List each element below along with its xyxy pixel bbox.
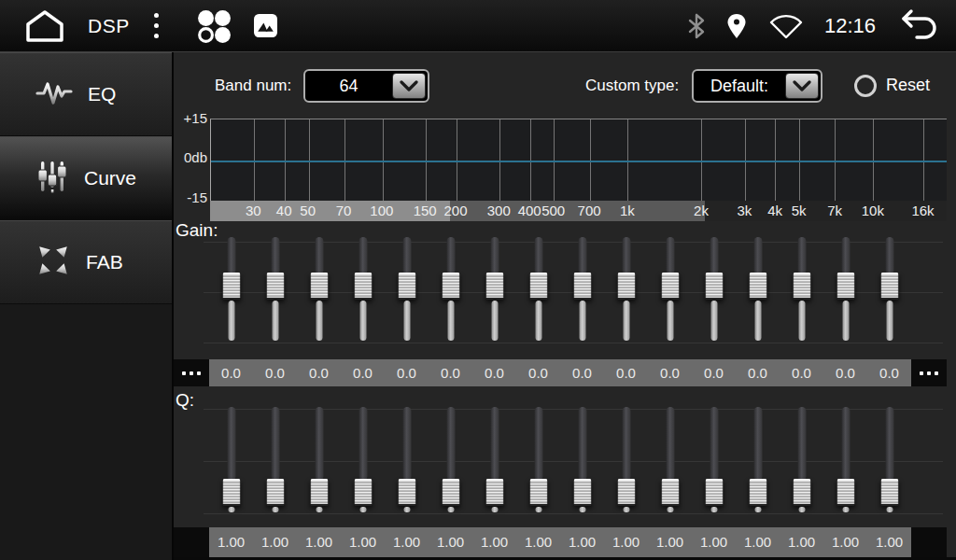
- gain-band-slider[interactable]: [209, 233, 253, 347]
- more-bands-right-button[interactable]: [911, 359, 947, 386]
- q-value: 1.00: [429, 527, 472, 557]
- gain-band-slider[interactable]: [560, 233, 604, 347]
- slider-track-bottom: [710, 507, 717, 512]
- slider-thumb[interactable]: [310, 273, 328, 300]
- gain-band-slider[interactable]: [692, 233, 736, 347]
- q-band-slider[interactable]: [385, 404, 429, 520]
- freq-tick-label: 100: [370, 201, 393, 221]
- top-bar: DSP: [0, 0, 956, 52]
- slider-track-top: [227, 407, 235, 481]
- freq-tick-label: 30: [246, 201, 261, 221]
- slider-thumb[interactable]: [880, 273, 898, 300]
- slider-thumb[interactable]: [485, 479, 503, 506]
- slider-thumb[interactable]: [310, 479, 328, 506]
- q-band-slider[interactable]: [253, 404, 297, 520]
- slider-thumb[interactable]: [398, 273, 415, 300]
- gain-band-slider[interactable]: [253, 233, 297, 347]
- back-icon[interactable]: [896, 8, 939, 44]
- slider-thumb[interactable]: [661, 273, 679, 300]
- freq-tick-label: 300: [487, 201, 511, 221]
- slider-track-top: [797, 407, 806, 481]
- gain-value: 0.0: [823, 359, 867, 386]
- gain-band-slider[interactable]: [736, 233, 780, 347]
- reset-radio-icon[interactable]: [854, 75, 877, 97]
- gain-band-slider[interactable]: [516, 233, 560, 347]
- slider-thumb[interactable]: [705, 479, 723, 506]
- more-bands-left-button[interactable]: [174, 359, 209, 386]
- q-band-slider[interactable]: [429, 404, 472, 520]
- slider-thumb[interactable]: [880, 479, 898, 506]
- sidebar-item-curve[interactable]: Curve: [0, 136, 172, 220]
- q-band-slider[interactable]: [560, 404, 604, 520]
- freq-tick-label: 200: [443, 201, 467, 221]
- slider-track-top: [358, 407, 367, 481]
- home-icon[interactable]: [24, 8, 65, 44]
- chevron-down-icon[interactable]: [392, 73, 426, 99]
- q-band-slider[interactable]: [648, 404, 692, 520]
- freq-axis[interactable]: 304050701001502003004005007001k2k3k4k5k7…: [210, 201, 947, 221]
- band-num-select[interactable]: 64: [303, 69, 429, 103]
- gain-band-slider[interactable]: [429, 233, 472, 347]
- gallery-icon[interactable]: [254, 14, 277, 37]
- q-band-slider[interactable]: [209, 404, 253, 520]
- freq-tick-label: 4k: [767, 201, 782, 221]
- q-band-slider[interactable]: [297, 404, 341, 520]
- q-value: 1.00: [780, 527, 823, 557]
- slider-track-bottom: [886, 507, 893, 512]
- gain-band-slider[interactable]: [867, 233, 911, 347]
- slider-thumb[interactable]: [354, 479, 372, 506]
- slider-thumb[interactable]: [529, 273, 547, 300]
- gain-band-slider[interactable]: [823, 233, 867, 347]
- slider-thumb[interactable]: [661, 479, 679, 506]
- custom-type-select[interactable]: Default:: [692, 69, 822, 103]
- apps-clover-icon[interactable]: [196, 8, 232, 44]
- slider-thumb[interactable]: [354, 273, 372, 300]
- q-band-slider[interactable]: [472, 404, 516, 520]
- q-band-slider[interactable]: [823, 404, 867, 520]
- sidebar-item-fab[interactable]: FAB: [0, 220, 172, 304]
- slider-thumb[interactable]: [266, 273, 284, 300]
- gain-band-slider[interactable]: [648, 233, 692, 347]
- gain-band-slider[interactable]: [297, 233, 341, 347]
- gain-band-slider[interactable]: [780, 233, 823, 347]
- slider-thumb[interactable]: [836, 479, 854, 506]
- q-band-slider[interactable]: [341, 404, 385, 520]
- slider-track-bottom: [798, 301, 805, 341]
- slider-thumb[interactable]: [222, 479, 240, 506]
- slider-thumb[interactable]: [793, 479, 810, 506]
- q-band-slider[interactable]: [692, 404, 736, 520]
- q-value: 1.00: [692, 527, 736, 557]
- slider-thumb[interactable]: [222, 273, 240, 300]
- q-band-slider[interactable]: [604, 404, 648, 520]
- slider-thumb[interactable]: [266, 479, 284, 506]
- slider-thumb[interactable]: [442, 479, 459, 506]
- slider-thumb[interactable]: [793, 273, 810, 300]
- gain-band-slider[interactable]: [341, 233, 385, 347]
- q-band-slider[interactable]: [867, 404, 911, 520]
- menu-dots-icon[interactable]: [154, 13, 159, 38]
- q-band-slider[interactable]: [780, 404, 823, 520]
- gain-band-slider[interactable]: [472, 233, 516, 347]
- slider-thumb[interactable]: [749, 273, 766, 300]
- q-band-slider[interactable]: [736, 404, 780, 520]
- slider-thumb[interactable]: [617, 479, 635, 506]
- slider-thumb[interactable]: [398, 479, 415, 506]
- chevron-down-icon[interactable]: [785, 73, 819, 99]
- y-axis-label: 0db: [174, 149, 207, 165]
- slider-thumb[interactable]: [529, 479, 547, 506]
- slider-thumb[interactable]: [705, 273, 723, 300]
- wifi-icon: [768, 13, 804, 39]
- gain-value: 0.0: [867, 359, 911, 386]
- slider-thumb[interactable]: [573, 273, 591, 300]
- q-band-slider[interactable]: [516, 404, 560, 520]
- reset-button[interactable]: Reset: [854, 69, 930, 102]
- slider-thumb[interactable]: [749, 479, 766, 506]
- slider-thumb[interactable]: [573, 479, 591, 506]
- slider-thumb[interactable]: [836, 273, 854, 300]
- slider-thumb[interactable]: [617, 273, 635, 300]
- slider-thumb[interactable]: [485, 273, 503, 300]
- sidebar-item-eq[interactable]: EQ: [0, 52, 172, 136]
- gain-band-slider[interactable]: [385, 233, 429, 347]
- slider-thumb[interactable]: [442, 273, 459, 300]
- gain-band-slider[interactable]: [604, 233, 648, 347]
